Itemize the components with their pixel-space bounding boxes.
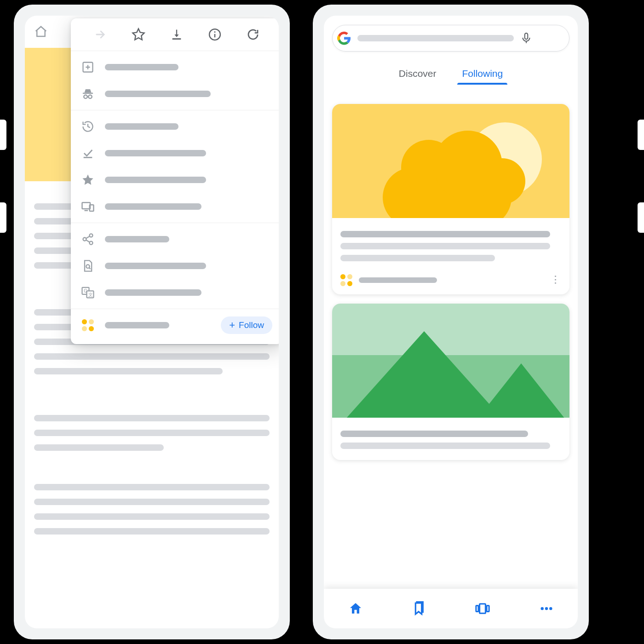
menu-item-recent-tabs[interactable] [71,193,279,220]
svg-rect-7 [83,93,93,94]
card-footer: ⋯ [332,272,569,294]
svg-line-21 [89,268,91,269]
menu-section [71,51,279,110]
page-paragraph [34,476,270,543]
page-paragraph [34,407,270,459]
menu-item-history[interactable] [71,113,279,140]
star-filled-icon [81,173,95,186]
svg-point-31 [540,607,543,610]
search-bar[interactable] [332,25,569,52]
nav-home-icon[interactable] [348,601,363,616]
follow-chip[interactable]: + Follow [221,316,272,334]
overflow-menu: G文 + Follow [71,18,279,344]
menu-item-label [105,64,178,70]
svg-point-9 [88,95,92,99]
svg-rect-26 [525,33,528,39]
menu-quick-actions [71,18,279,51]
svg-point-8 [84,95,87,99]
svg-point-16 [83,238,86,241]
tab-discover[interactable]: Discover [397,63,438,84]
card-text-line [340,255,495,261]
menu-item-label [105,150,206,156]
device-right: Discover Following [313,5,589,639]
info-icon[interactable] [208,28,222,41]
devices-icon [81,200,95,213]
screen-left: G文 + Follow [25,16,279,628]
mic-icon[interactable] [520,32,532,44]
feed-tabs: Discover Following [324,63,578,84]
follow-chip-label: Follow [239,320,264,330]
svg-point-33 [549,607,552,610]
reload-icon[interactable] [246,28,260,41]
card-body [332,418,569,460]
downloads-done-icon [81,147,95,160]
share-icon [81,233,95,246]
incognito-icon [81,87,95,101]
menu-item-find-in-page[interactable] [71,253,279,279]
menu-item-incognito[interactable] [71,80,279,107]
menu-item-downloads[interactable] [71,140,279,167]
feed-card[interactable] [332,304,569,460]
edge-accent [638,202,644,233]
menu-section: G文 [71,223,279,309]
feed-card[interactable]: ⋯ [332,104,569,294]
google-logo-icon [337,31,351,45]
card-title-line [340,231,550,237]
nav-tabs-icon[interactable] [474,601,491,616]
search-placeholder [357,35,514,41]
menu-item-label [105,123,178,130]
edge-accent [638,120,644,150]
stage: G文 + Follow [0,0,644,644]
menu-item-label [105,289,201,296]
menu-item-share[interactable] [71,226,279,253]
hill-icon [477,363,565,418]
menu-item-label [105,263,206,269]
svg-point-32 [545,607,547,610]
menu-item-bookmarks[interactable] [71,167,279,193]
svg-rect-12 [82,202,91,209]
tab-following[interactable]: Following [460,63,505,84]
nav-bookmarks-icon[interactable] [411,601,426,616]
card-body [332,218,569,272]
forward-icon[interactable] [94,28,107,41]
source-name [359,277,437,283]
menu-item-label [105,203,201,210]
svg-text:文: 文 [88,292,93,297]
find-in-page-icon [81,259,95,272]
edge-accent [0,120,6,150]
card-image [332,304,569,418]
site-favicon-icon [81,319,95,331]
nav-more-icon[interactable] [539,601,554,616]
download-icon[interactable] [170,28,183,41]
card-text-line [340,443,550,449]
menu-item-label [105,91,211,97]
svg-rect-0 [172,38,181,40]
edge-accent [0,202,6,233]
card-image [332,104,569,218]
menu-item-label [105,236,169,242]
cloud-icon [479,158,525,204]
svg-rect-30 [487,606,489,612]
bottom-nav [324,589,578,628]
svg-point-15 [90,234,93,237]
svg-point-20 [86,264,89,268]
home-icon[interactable] [34,25,48,39]
card-title-line [340,431,528,437]
menu-section-follow: + Follow [71,309,279,341]
history-icon [81,120,95,133]
menu-item-translate[interactable]: G文 [71,279,279,306]
svg-point-17 [90,242,93,245]
menu-item-label [105,177,206,183]
menu-section [71,110,279,223]
device-left: G文 + Follow [14,5,290,639]
menu-item-new-tab[interactable] [71,54,279,80]
svg-line-19 [86,240,90,242]
screen-right: Discover Following [324,16,578,628]
star-icon[interactable] [132,28,145,41]
new-tab-icon [81,61,95,74]
svg-line-18 [86,236,90,239]
svg-rect-29 [476,606,478,612]
menu-item-follow-site[interactable]: + Follow [71,312,279,339]
feed[interactable]: ⋯ [324,95,578,589]
card-text-line [340,243,550,249]
